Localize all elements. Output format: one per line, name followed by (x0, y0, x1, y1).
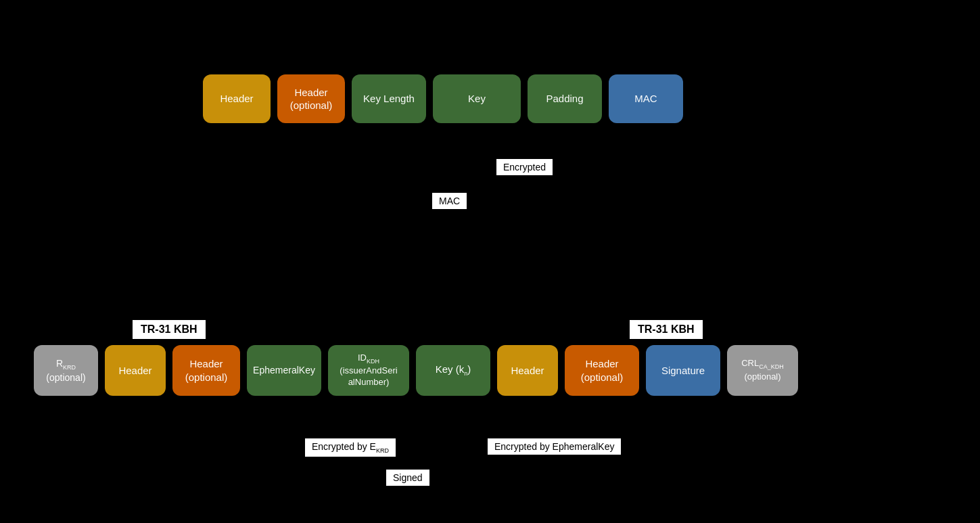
bottom-row: RKRD(optional) Header Header(optional) E… (34, 345, 798, 396)
block-crl: CRLCA_KDH(optional) (727, 345, 798, 396)
block-header: Header (203, 74, 271, 123)
kbh-label-left: TR-31 KBH (132, 319, 206, 340)
block-header-b1: Header (105, 345, 166, 396)
block-mac: MAC (609, 74, 683, 123)
top-row: Header Header(optional) Key Length Key P… (203, 74, 683, 123)
block-signature: Signature (646, 345, 720, 396)
diagram-container: Header Header(optional) Key Length Key P… (0, 0, 980, 523)
block-id-kdh: IDKDH(issuerAndSerialNumber) (328, 345, 409, 396)
block-ephemeral-key: EphemeralKey (247, 345, 321, 396)
block-header-b3: Header (497, 345, 558, 396)
encrypted-label: Encrypted (496, 158, 553, 176)
block-padding: Padding (528, 74, 602, 123)
block-key-kn: Key (kn) (416, 345, 490, 396)
encrypted-by-ekrd-label: Encrypted by EKRD (304, 438, 396, 457)
block-header-b2: Header(optional) (172, 345, 240, 396)
block-key-length: Key Length (352, 74, 426, 123)
block-header-b4: Header(optional) (565, 345, 639, 396)
block-r-krd: RKRD(optional) (34, 345, 98, 396)
mac-label: MAC (431, 192, 467, 210)
block-header-optional: Header(optional) (277, 74, 345, 123)
block-key: Key (433, 74, 521, 123)
signed-label: Signed (386, 469, 430, 486)
kbh-label-right: TR-31 KBH (629, 319, 703, 340)
encrypted-by-ephemeral-label: Encrypted by EphemeralKey (487, 438, 622, 455)
